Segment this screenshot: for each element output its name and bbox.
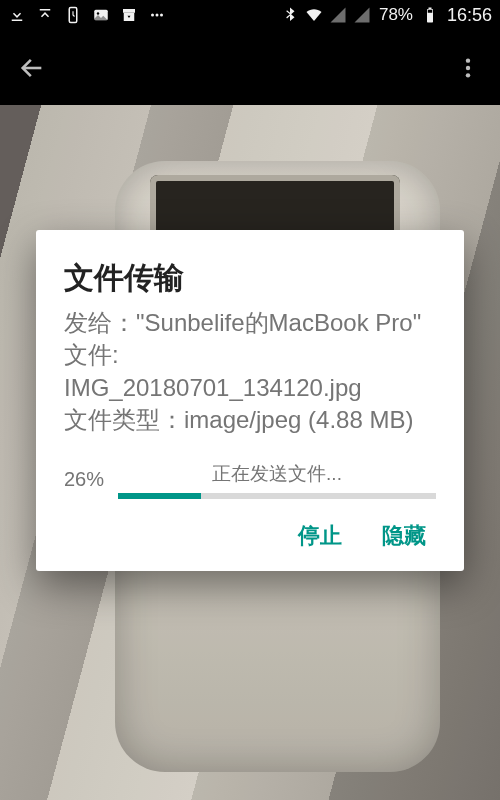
progress-area: 26% 正在发送文件... (64, 461, 436, 499)
send-to-value: "Sunbelife的MacBook Pro" (136, 309, 421, 336)
dialog-title: 文件传输 (64, 258, 436, 299)
progress-percent: 26% (64, 468, 110, 491)
type-label: 文件类型： (64, 406, 184, 433)
file-transfer-dialog: 文件传输 发给："Sunbelife的MacBook Pro" 文件: IMG_… (36, 230, 464, 571)
dialog-body: 发给："Sunbelife的MacBook Pro" 文件: IMG_20180… (64, 307, 436, 437)
file-label: 文件: (64, 341, 119, 368)
progress-fill (118, 493, 201, 499)
file-name: IMG_20180701_134120.jpg (64, 374, 362, 401)
hide-button[interactable]: 隐藏 (382, 521, 426, 551)
progress-label: 正在发送文件... (118, 461, 436, 487)
dialog-actions: 停止 隐藏 (64, 511, 436, 557)
send-to-label: 发给： (64, 309, 136, 336)
type-value: image/jpeg (184, 406, 301, 433)
progress-bar (118, 493, 436, 499)
size-value: (4.88 MB) (308, 406, 413, 433)
stop-button[interactable]: 停止 (298, 521, 342, 551)
